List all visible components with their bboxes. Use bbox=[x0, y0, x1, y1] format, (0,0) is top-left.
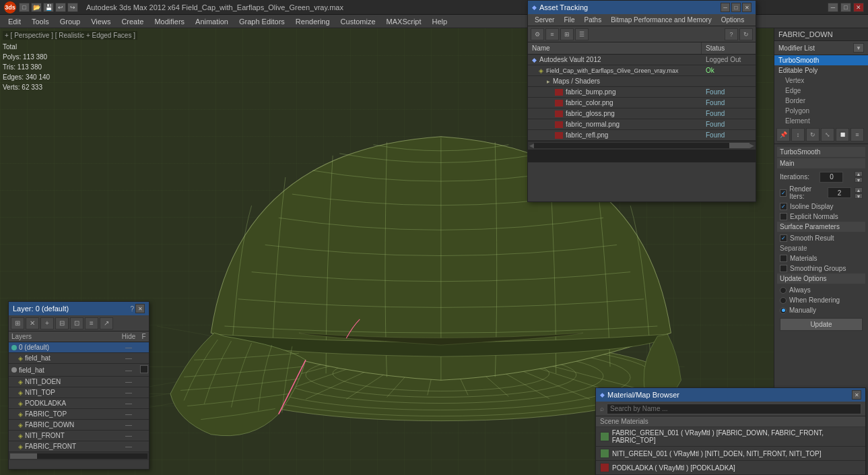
layer-row-field-hat-1[interactable]: ◈ field_hat — bbox=[9, 353, 149, 364]
asset-row-maps-folder[interactable]: ▸ Maps / Shaders bbox=[528, 76, 756, 87]
layers-tool-add[interactable]: + bbox=[40, 317, 54, 329]
redo-btn[interactable]: ↪ bbox=[67, 3, 78, 12]
menu-tools[interactable]: Tools bbox=[26, 15, 55, 28]
mat-close-btn[interactable]: ✕ bbox=[852, 390, 861, 400]
mat-item-niti-green[interactable]: NITI_GREEN_001 ( VRayMtl ) [NITI_DOEN, N… bbox=[596, 447, 865, 461]
asset-row-gloss[interactable]: fabric_gloss.png Found bbox=[528, 108, 756, 119]
layer-0-hide[interactable]: — bbox=[119, 342, 139, 352]
layers-tool-grid[interactable]: ⊞ bbox=[11, 317, 24, 329]
iterations-down[interactable]: ▼ bbox=[855, 177, 863, 183]
scale-icon-btn[interactable]: ⤡ bbox=[821, 128, 834, 141]
menu-edit[interactable]: Edit bbox=[3, 15, 26, 28]
modifier-sub-element[interactable]: Element bbox=[774, 116, 868, 126]
asset-menu-options[interactable]: Options bbox=[717, 14, 748, 26]
layer-2-hide[interactable]: — bbox=[119, 365, 139, 375]
layers-tool-menu[interactable]: ≡ bbox=[85, 317, 98, 329]
menu-maxscript[interactable]: MAXScript bbox=[381, 15, 427, 28]
layer-row-niti-doen[interactable]: ◈ NITI_DOEN — bbox=[9, 377, 149, 387]
layer-row-fabric-front[interactable]: ◈ FABRIC_FRONT — bbox=[9, 441, 149, 452]
menu-views[interactable]: Views bbox=[86, 15, 116, 28]
asset-row-normal[interactable]: fabric_normal.png Found bbox=[528, 119, 756, 130]
menu-help[interactable]: Help bbox=[427, 15, 453, 28]
smooth-result-checkbox[interactable] bbox=[780, 234, 787, 242]
layer-row-field-hat-2[interactable]: field_hat — bbox=[9, 364, 149, 377]
scroll-left-btn[interactable]: ◀ bbox=[529, 142, 534, 149]
layer-fabric-down-hide[interactable]: — bbox=[119, 420, 139, 430]
modifier-sub-edge[interactable]: Edge bbox=[774, 86, 868, 96]
modifier-sub-border[interactable]: Border bbox=[774, 96, 868, 106]
menu-group[interactable]: Group bbox=[55, 15, 86, 28]
layer-row-niti-front[interactable]: ◈ NITI_FRONT — bbox=[9, 431, 149, 441]
layers-help-btn[interactable]: ? bbox=[130, 305, 134, 313]
asset-tool-3[interactable]: ⊞ bbox=[560, 28, 574, 40]
menu-animation[interactable]: Animation bbox=[190, 15, 234, 28]
isoline-checkbox[interactable] bbox=[780, 203, 787, 210]
asset-row-bump[interactable]: fabric_bump.png Found bbox=[528, 87, 756, 98]
pin-icon-btn[interactable]: 📌 bbox=[776, 128, 790, 141]
layers-tool-arrow[interactable]: ↗ bbox=[100, 317, 113, 329]
render-iters-down[interactable]: ▼ bbox=[855, 193, 863, 199]
render-iters-checkbox[interactable] bbox=[780, 189, 787, 197]
iterations-input[interactable] bbox=[820, 172, 843, 183]
layer-2-freeze[interactable] bbox=[139, 364, 149, 376]
asset-menu-paths[interactable]: Paths bbox=[580, 14, 606, 26]
asset-menu-bitmap-perf[interactable]: Bitmap Performance and Memory bbox=[607, 14, 716, 26]
asset-tool-4[interactable]: ☰ bbox=[575, 28, 589, 40]
iterations-up[interactable]: ▲ bbox=[855, 171, 863, 177]
menu-rendering[interactable]: Rendering bbox=[290, 15, 335, 28]
layer-niti-top-hide[interactable]: — bbox=[119, 387, 139, 398]
layer-row-podkladka[interactable]: ◈ PODKLADKA — bbox=[9, 398, 149, 409]
layer-2-freeze-box[interactable] bbox=[140, 365, 148, 373]
asset-maximize-btn[interactable]: □ bbox=[731, 3, 741, 12]
layer-row-0-default[interactable]: 0 (default) — bbox=[9, 342, 149, 353]
menu-modifiers[interactable]: Modifiers bbox=[149, 15, 190, 28]
asset-row-vault[interactable]: ◆ Autodesk Vault 2012 Logged Out bbox=[528, 55, 756, 65]
asset-minimize-btn[interactable]: ─ bbox=[721, 3, 730, 12]
asset-scrollbar-thumb[interactable] bbox=[729, 143, 749, 148]
asset-row-maxfile[interactable]: ◈ Field_Cap_with_Earflaps_Olive_Green_vr… bbox=[528, 65, 756, 76]
layer-podkladka-hide[interactable]: — bbox=[119, 398, 139, 408]
maximize-btn[interactable]: □ bbox=[840, 3, 851, 12]
scroll-right-btn[interactable]: ▶ bbox=[749, 142, 754, 149]
modifier-dropdown-btn[interactable]: ▼ bbox=[853, 43, 864, 53]
asset-tool-2[interactable]: ≡ bbox=[545, 28, 559, 40]
asset-row-refl[interactable]: fabric_refl.png Found bbox=[528, 130, 756, 141]
mat-item-fabric-green[interactable]: FABRIC_GREEN_001 ( VRayMtl ) [FABRIC_DOW… bbox=[596, 427, 865, 447]
layers-close-btn[interactable]: ✕ bbox=[135, 304, 145, 313]
materials-checkbox[interactable] bbox=[780, 255, 787, 262]
asset-menu-file[interactable]: File bbox=[560, 14, 578, 26]
snap-icon-btn[interactable]: 🔲 bbox=[836, 128, 849, 141]
render-iters-up[interactable]: ▲ bbox=[855, 187, 863, 193]
modifier-sub-vertex[interactable]: Vertex bbox=[774, 75, 868, 86]
move-icon-btn[interactable]: ↕ bbox=[791, 128, 805, 141]
layers-tool-box[interactable]: ⊡ bbox=[70, 317, 84, 329]
explicit-normals-checkbox[interactable] bbox=[780, 213, 787, 220]
layers-tool-minus[interactable]: ⊟ bbox=[55, 317, 69, 329]
turbosmooth-title[interactable]: TurboSmooth bbox=[777, 147, 865, 157]
open-btn[interactable]: 📂 bbox=[31, 3, 42, 12]
layer-row-fabric-top[interactable]: ◈ FABRIC_TOP — bbox=[9, 409, 149, 420]
asset-close-btn[interactable]: ✕ bbox=[742, 3, 752, 12]
layers-h-scrollbar[interactable] bbox=[9, 452, 149, 460]
asset-scrollbar-track[interactable] bbox=[534, 143, 749, 148]
modifier-editable-poly[interactable]: Editable Poly bbox=[774, 65, 868, 75]
extra-icon-btn[interactable]: ≡ bbox=[850, 128, 864, 141]
layers-h-scrollbar-track[interactable] bbox=[10, 453, 147, 459]
mat-search-input[interactable] bbox=[607, 404, 861, 414]
minimize-btn[interactable]: ─ bbox=[828, 3, 838, 12]
modifier-turbosmooth[interactable]: TurboSmooth bbox=[774, 55, 868, 65]
asset-tool-1[interactable]: ⚙ bbox=[531, 28, 544, 40]
layer-fabric-top-hide[interactable]: — bbox=[119, 409, 139, 419]
layer-row-niti-top[interactable]: ◈ NITI_TOP — bbox=[9, 387, 149, 398]
layer-niti-doen-hide[interactable]: — bbox=[119, 377, 139, 387]
layer-row-fabric-down[interactable]: ◈ FABRIC_DOWN — bbox=[9, 420, 149, 431]
asset-tool-refresh[interactable]: ↻ bbox=[739, 28, 753, 40]
save-btn[interactable]: 💾 bbox=[43, 3, 54, 12]
menu-customize[interactable]: Customize bbox=[335, 15, 381, 28]
layer-niti-front-hide[interactable]: — bbox=[119, 431, 139, 441]
asset-menu-server[interactable]: Server bbox=[531, 14, 558, 26]
when-rendering-radio[interactable] bbox=[780, 297, 787, 304]
layer-1-hide[interactable]: — bbox=[119, 353, 139, 363]
asset-row-color[interactable]: fabric_color.png Found bbox=[528, 98, 756, 108]
update-button[interactable]: Update bbox=[780, 318, 863, 331]
